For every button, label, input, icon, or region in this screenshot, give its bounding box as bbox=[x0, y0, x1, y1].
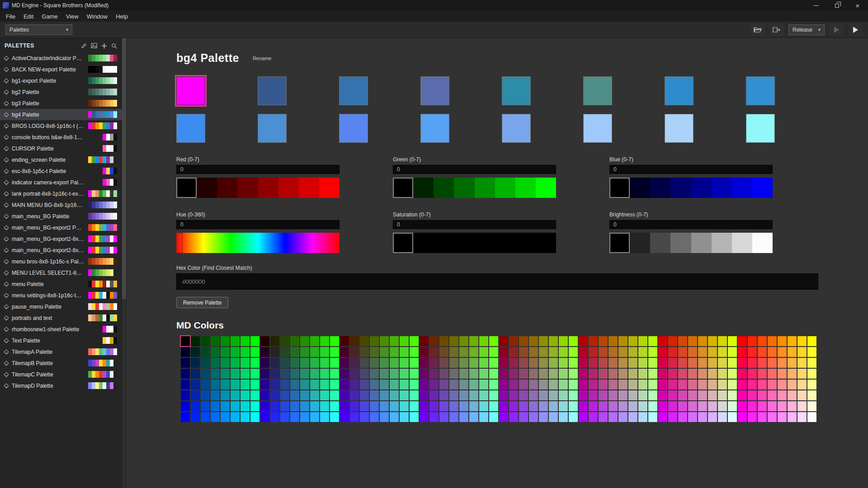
md-color-cell[interactable] bbox=[797, 336, 807, 346]
md-color-cell[interactable] bbox=[807, 390, 816, 400]
md-color-cell[interactable] bbox=[400, 401, 409, 411]
md-color-cell[interactable] bbox=[778, 347, 787, 357]
palette-swatch[interactable] bbox=[583, 114, 612, 143]
md-color-cell[interactable] bbox=[201, 336, 210, 346]
md-color-cell[interactable] bbox=[400, 380, 409, 389]
md-color-cell[interactable] bbox=[768, 347, 777, 357]
md-color-cell[interactable] bbox=[429, 380, 439, 389]
md-color-cell[interactable] bbox=[529, 380, 538, 389]
md-color-cell[interactable] bbox=[718, 358, 727, 368]
md-color-cell[interactable] bbox=[439, 401, 448, 411]
md-color-cell[interactable] bbox=[549, 401, 558, 411]
md-color-cell[interactable] bbox=[589, 412, 598, 422]
md-color-cell[interactable] bbox=[459, 336, 468, 346]
green-slider-cell[interactable] bbox=[515, 178, 536, 198]
md-color-cell[interactable] bbox=[449, 401, 458, 411]
palette-list-item[interactable]: bg1-export Palette bbox=[0, 75, 126, 86]
md-color-cell[interactable] bbox=[231, 380, 240, 389]
md-color-cell[interactable] bbox=[290, 358, 299, 368]
md-color-cell[interactable] bbox=[429, 401, 439, 411]
md-color-cell[interactable] bbox=[778, 358, 787, 368]
md-color-cell[interactable] bbox=[539, 347, 548, 357]
md-color-cell[interactable] bbox=[280, 390, 289, 400]
md-color-cell[interactable] bbox=[360, 336, 369, 346]
md-color-cell[interactable] bbox=[201, 401, 210, 411]
md-color-cell[interactable] bbox=[310, 358, 319, 368]
menu-item-file[interactable]: File bbox=[2, 13, 19, 20]
md-color-cell[interactable] bbox=[320, 336, 329, 346]
md-color-cell[interactable] bbox=[678, 412, 687, 422]
palette-list-item[interactable]: ActiveCharacterIndicator Palette bbox=[0, 52, 126, 64]
md-color-cell[interactable] bbox=[698, 401, 707, 411]
palette-swatch[interactable] bbox=[420, 114, 449, 143]
md-color-cell[interactable] bbox=[807, 336, 816, 346]
play-button[interactable] bbox=[829, 24, 844, 36]
md-color-cell[interactable] bbox=[678, 358, 687, 368]
md-color-cell[interactable] bbox=[519, 412, 528, 422]
md-color-cell[interactable] bbox=[559, 390, 568, 400]
md-color-cell[interactable] bbox=[658, 412, 667, 422]
md-color-cell[interactable] bbox=[519, 358, 528, 368]
md-color-cell[interactable] bbox=[728, 369, 737, 379]
md-color-cell[interactable] bbox=[688, 347, 697, 357]
md-color-cell[interactable] bbox=[678, 347, 687, 357]
md-color-cell[interactable] bbox=[290, 369, 299, 379]
md-color-cell[interactable] bbox=[270, 358, 279, 368]
blue-slider-cell[interactable] bbox=[732, 178, 752, 198]
hex-input[interactable] bbox=[176, 273, 818, 290]
md-color-cell[interactable] bbox=[738, 390, 747, 400]
release-config-dropdown[interactable]: Release ▾ bbox=[788, 24, 825, 35]
md-color-cell[interactable] bbox=[559, 369, 568, 379]
md-color-cell[interactable] bbox=[748, 336, 757, 346]
close-button[interactable]: × bbox=[847, 0, 868, 11]
add-palette-icon[interactable] bbox=[101, 43, 107, 49]
md-color-cell[interactable] bbox=[350, 358, 359, 368]
md-color-cell[interactable] bbox=[509, 380, 518, 389]
md-color-cell[interactable] bbox=[738, 358, 747, 368]
md-color-cell[interactable] bbox=[718, 369, 727, 379]
blue-slider-cell[interactable] bbox=[630, 178, 650, 198]
md-color-cell[interactable] bbox=[449, 412, 458, 422]
md-color-cell[interactable] bbox=[360, 358, 369, 368]
palette-list-item[interactable]: MENU LEVEL SELECT1-8x8-1p16c-t Palette bbox=[0, 267, 126, 278]
md-color-cell[interactable] bbox=[788, 390, 797, 400]
md-color-cell[interactable] bbox=[330, 401, 339, 411]
md-color-cell[interactable] bbox=[439, 358, 448, 368]
md-color-cell[interactable] bbox=[618, 358, 627, 368]
md-color-cell[interactable] bbox=[638, 390, 647, 400]
md-color-cell[interactable] bbox=[509, 336, 518, 346]
blue-slider-cell[interactable] bbox=[670, 178, 691, 198]
md-color-cell[interactable] bbox=[599, 401, 608, 411]
md-color-cell[interactable] bbox=[469, 390, 478, 400]
md-color-cell[interactable] bbox=[211, 390, 220, 400]
md-color-cell[interactable] bbox=[728, 390, 737, 400]
md-color-cell[interactable] bbox=[221, 336, 230, 346]
md-color-cell[interactable] bbox=[270, 369, 279, 379]
red-slider-cell[interactable] bbox=[217, 178, 237, 198]
md-color-cell[interactable] bbox=[748, 347, 757, 357]
md-color-cell[interactable] bbox=[778, 401, 787, 411]
md-color-cell[interactable] bbox=[708, 390, 717, 400]
md-color-cell[interactable] bbox=[231, 401, 240, 411]
md-color-cell[interactable] bbox=[201, 369, 210, 379]
md-color-cell[interactable] bbox=[420, 336, 429, 346]
md-color-cell[interactable] bbox=[241, 358, 250, 368]
green-slider-cell[interactable] bbox=[434, 178, 454, 198]
menu-item-game[interactable]: Game bbox=[38, 13, 61, 20]
md-color-cell[interactable] bbox=[788, 401, 797, 411]
md-color-cell[interactable] bbox=[231, 347, 240, 357]
blue-slider-input[interactable] bbox=[609, 165, 773, 174]
md-color-cell[interactable] bbox=[569, 412, 578, 422]
brightness-slider-input[interactable] bbox=[609, 220, 773, 229]
md-color-cell[interactable] bbox=[320, 369, 329, 379]
md-color-cell[interactable] bbox=[370, 336, 379, 346]
md-color-cell[interactable] bbox=[489, 336, 498, 346]
palettes-mode-dropdown[interactable]: Palettes ▾ bbox=[5, 24, 72, 35]
md-color-cell[interactable] bbox=[559, 412, 568, 422]
palette-list-item[interactable]: bg4 Palette bbox=[0, 109, 126, 120]
md-color-cell[interactable] bbox=[678, 380, 687, 389]
palette-list-item[interactable]: main_menu_BG Palette bbox=[0, 211, 126, 222]
md-color-cell[interactable] bbox=[211, 412, 220, 422]
md-color-cell[interactable] bbox=[569, 336, 578, 346]
saturation-slider-input[interactable] bbox=[393, 220, 556, 229]
